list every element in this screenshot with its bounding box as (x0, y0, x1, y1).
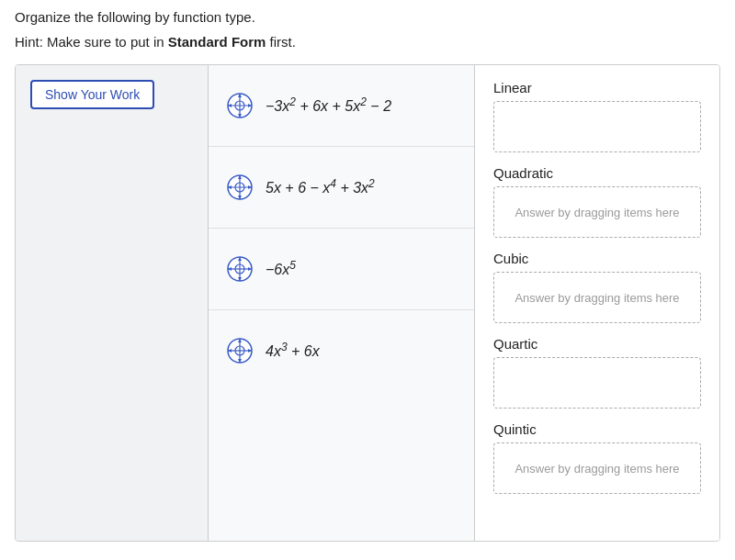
math-expression: −3x2 + 6x + 5x2 − 2 (266, 95, 391, 115)
drop-zone-linear[interactable] (493, 101, 701, 152)
category-quadratic: Quadratic Answer by dragging items here (493, 165, 701, 238)
hint-bold: Standard Form (168, 34, 266, 50)
category-label-quartic: Quartic (493, 336, 701, 352)
hint-prefix: Hint: Make sure to put in (15, 34, 168, 50)
drag-icon (227, 93, 253, 118)
list-item[interactable]: −6x5 (209, 229, 474, 310)
drag-icon (227, 174, 253, 200)
right-panel: Linear Quadratic Answer by dragging item… (475, 65, 719, 541)
drop-zone-quadratic-placeholder: Answer by dragging items here (514, 206, 679, 219)
question-text: Organize the following by function type. (15, 9, 720, 25)
show-work-button[interactable]: Show Your Work (30, 80, 154, 109)
drop-zone-quadratic[interactable]: Answer by dragging items here (493, 186, 701, 238)
math-expression: 4x3 + 6x (266, 341, 320, 360)
drop-zone-quintic[interactable]: Answer by dragging items here (493, 442, 701, 494)
math-expression: 5x + 6 − x4 + 3x2 (266, 177, 375, 196)
category-label-cubic: Cubic (493, 251, 701, 266)
category-cubic: Cubic Answer by dragging items here (493, 251, 701, 323)
left-panel: Show Your Work (16, 65, 209, 541)
category-linear: Linear (493, 80, 701, 152)
category-quartic: Quartic (493, 336, 701, 409)
category-label-linear: Linear (493, 80, 701, 95)
drag-icon (227, 256, 253, 282)
drop-zone-quartic[interactable] (493, 357, 701, 409)
drop-zone-quintic-placeholder: Answer by dragging items here (514, 462, 679, 476)
main-container: Show Your Work −3x2 + 6x + 5x2 − 2 (15, 64, 720, 542)
category-quintic: Quintic Answer by dragging items here (493, 421, 701, 494)
hint-suffix: first. (266, 34, 296, 50)
list-item[interactable]: 4x3 + 6x (209, 310, 474, 391)
list-item[interactable]: −3x2 + 6x + 5x2 − 2 (209, 65, 474, 147)
math-expression: −6x5 (266, 259, 296, 278)
drop-zone-cubic[interactable]: Answer by dragging items here (493, 272, 701, 323)
category-label-quadratic: Quadratic (493, 165, 701, 181)
drag-icon (227, 338, 253, 364)
hint-text: Hint: Make sure to put in Standard Form … (15, 34, 720, 50)
list-item[interactable]: 5x + 6 − x4 + 3x2 (209, 147, 474, 229)
center-panel: −3x2 + 6x + 5x2 − 2 5x + 6 − x4 + 3x2 (209, 65, 475, 541)
category-label-quintic: Quintic (493, 421, 701, 437)
drop-zone-cubic-placeholder: Answer by dragging items here (514, 291, 679, 305)
